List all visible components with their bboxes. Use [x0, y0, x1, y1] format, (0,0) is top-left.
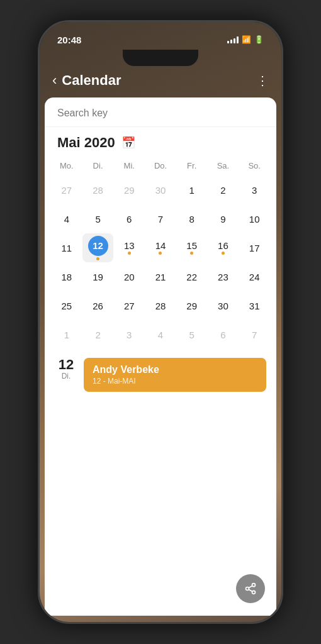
header-left: ‹ Calendar	[52, 72, 121, 89]
day-cell[interactable]: 1	[176, 175, 208, 204]
event-card[interactable]: Andy Verbeke 12 - Mai-MAI	[84, 358, 266, 392]
event-date-badge: 12 Di.	[55, 358, 77, 380]
day-cell[interactable]: 26	[82, 291, 114, 320]
status-icons: 📶 🔋	[227, 35, 264, 44]
weekday-label: Di.	[82, 158, 114, 173]
day-cell[interactable]: 13	[113, 233, 145, 262]
day-cell[interactable]: 4	[145, 320, 176, 349]
weekday-label: So.	[239, 158, 270, 173]
weekday-label: Mo.	[51, 158, 82, 173]
day-cell[interactable]: 24	[239, 262, 270, 291]
event-name: Andy Verbeke	[93, 364, 257, 375]
day-cell[interactable]: 2	[82, 320, 114, 349]
weekday-label: Fr.	[176, 158, 208, 173]
weekday-row: Mo.Di.Mi.Do.Fr.Sa.So.	[45, 156, 276, 175]
day-cell[interactable]: 11	[51, 233, 82, 262]
svg-line-3	[249, 589, 252, 591]
day-cell[interactable]: 28	[145, 291, 176, 320]
day-cell[interactable]: 27	[51, 175, 82, 204]
day-cell[interactable]: 16	[208, 233, 239, 262]
day-cell[interactable]: 23	[208, 262, 239, 291]
day-cell[interactable]: 9	[208, 204, 239, 233]
day-cell[interactable]: 3	[239, 175, 270, 204]
svg-point-2	[252, 591, 256, 594]
day-cell[interactable]: 2	[208, 175, 239, 204]
weekday-label: Do.	[145, 158, 176, 173]
event-dot	[128, 252, 131, 255]
calendar-header: Mai 2020 📅	[45, 127, 276, 156]
day-cell[interactable]: 7	[145, 204, 176, 233]
event-date-day: Di.	[62, 372, 71, 380]
search-bar	[45, 97, 276, 127]
day-cell[interactable]: 21	[145, 262, 176, 291]
event-dot	[190, 252, 193, 255]
day-cell[interactable]: 20	[113, 262, 145, 291]
day-cell[interactable]: 28	[82, 175, 114, 204]
svg-point-1	[246, 587, 249, 591]
event-dot	[159, 252, 162, 255]
signal-icon	[227, 36, 239, 43]
event-detail: 12 - Mai-MAI	[93, 377, 257, 386]
event-dot	[222, 252, 225, 255]
day-cell[interactable]: 22	[176, 262, 208, 291]
main-content: Mai 2020 📅 Mo.Di.Mi.Do.Fr.Sa.So. 2728293…	[45, 97, 276, 616]
app-header: ‹ Calendar ⋮	[40, 66, 281, 97]
share-fab[interactable]	[236, 574, 265, 603]
calendar-grid-icon[interactable]: 📅	[121, 136, 135, 150]
day-cell[interactable]: 10	[239, 204, 270, 233]
day-cell[interactable]: 12	[82, 233, 114, 262]
day-cell[interactable]: 3	[113, 320, 145, 349]
day-cell[interactable]: 7	[239, 320, 270, 349]
event-dot	[96, 257, 99, 260]
day-cell[interactable]: 19	[82, 262, 114, 291]
wifi-icon: 📶	[242, 35, 251, 44]
day-cell[interactable]: 25	[51, 291, 82, 320]
day-cell[interactable]: 29	[176, 291, 208, 320]
back-button[interactable]: ‹	[52, 72, 57, 89]
day-cell[interactable]: 6	[113, 204, 145, 233]
battery-icon: 🔋	[254, 35, 264, 44]
day-cell[interactable]: 18	[51, 262, 82, 291]
notch	[123, 50, 198, 66]
more-menu-button[interactable]: ⋮	[256, 73, 269, 88]
day-cell[interactable]: 17	[239, 233, 270, 262]
day-cell[interactable]: 30	[145, 175, 176, 204]
svg-line-4	[249, 586, 252, 587]
day-cell[interactable]: 27	[113, 291, 145, 320]
weekday-label: Sa.	[208, 158, 239, 173]
day-cell[interactable]: 1	[51, 320, 82, 349]
day-cell[interactable]: 6	[208, 320, 239, 349]
status-bar: 20:48 📶 🔋	[40, 22, 281, 50]
day-cell[interactable]: 30	[208, 291, 239, 320]
page-title: Calendar	[62, 72, 121, 89]
calendar-grid: 2728293012345678910111213141516171819202…	[45, 175, 276, 349]
svg-point-0	[252, 584, 256, 587]
day-cell[interactable]: 5	[176, 320, 208, 349]
share-icon	[244, 582, 257, 595]
day-cell[interactable]: 31	[239, 291, 270, 320]
event-section: 12 Di. Andy Verbeke 12 - Mai-MAI	[45, 349, 276, 398]
day-cell[interactable]: 4	[51, 204, 82, 233]
search-input[interactable]	[57, 108, 264, 119]
status-time: 20:48	[57, 35, 81, 45]
day-cell[interactable]: 8	[176, 204, 208, 233]
day-cell[interactable]: 29	[113, 175, 145, 204]
weekday-label: Mi.	[113, 158, 145, 173]
event-date-num: 12	[59, 358, 74, 372]
today-indicator: 12	[88, 236, 108, 256]
month-title: Mai 2020	[57, 135, 115, 151]
day-cell[interactable]: 15	[176, 233, 208, 262]
day-cell[interactable]: 5	[82, 204, 114, 233]
day-cell[interactable]: 14	[145, 233, 176, 262]
